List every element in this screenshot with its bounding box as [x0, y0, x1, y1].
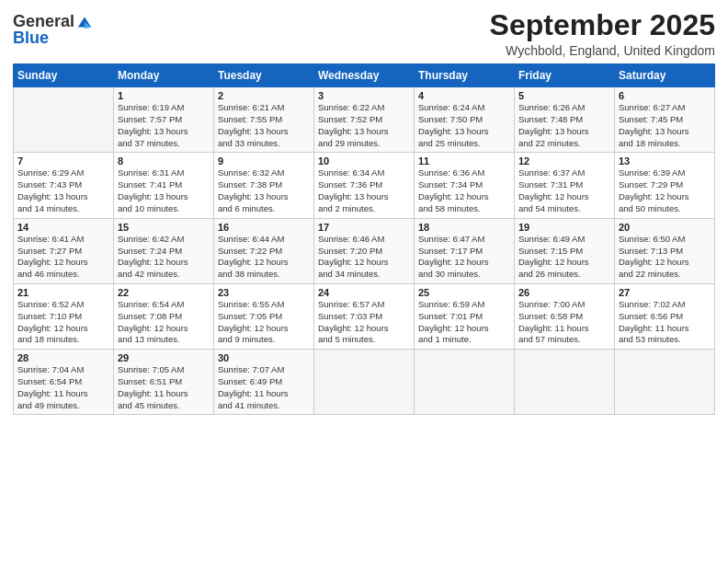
day-number: 24 [318, 287, 410, 298]
day-number: 17 [318, 222, 410, 233]
day-info: Sunrise: 6:37 AMSunset: 7:31 PMDaylight:… [518, 167, 610, 214]
day-number: 13 [619, 155, 711, 167]
table-row: 29Sunrise: 7:05 AMSunset: 6:51 PMDayligh… [114, 350, 214, 415]
calendar-week-row: 7Sunrise: 6:29 AMSunset: 7:43 PMDaylight… [14, 153, 715, 218]
table-row: 1Sunrise: 6:19 AMSunset: 7:57 PMDaylight… [114, 87, 214, 153]
col-sunday: Sunday [14, 64, 114, 87]
table-row: 30Sunrise: 7:07 AMSunset: 6:49 PMDayligh… [214, 350, 314, 415]
day-info: Sunrise: 6:34 AMSunset: 7:36 PMDaylight:… [318, 167, 410, 214]
table-row: 8Sunrise: 6:31 AMSunset: 7:41 PMDaylight… [114, 153, 214, 218]
day-info: Sunrise: 6:36 AMSunset: 7:34 PMDaylight:… [418, 167, 510, 214]
calendar-week-row: 1Sunrise: 6:19 AMSunset: 7:57 PMDaylight… [14, 87, 715, 153]
day-number: 28 [17, 352, 109, 363]
day-number: 2 [218, 90, 310, 101]
col-wednesday: Wednesday [314, 64, 415, 87]
calendar-week-row: 21Sunrise: 6:52 AMSunset: 7:10 PMDayligh… [14, 283, 715, 349]
day-number: 9 [218, 155, 310, 167]
calendar-table: Sunday Monday Tuesday Wednesday Thursday… [13, 63, 715, 415]
table-row: 28Sunrise: 7:04 AMSunset: 6:54 PMDayligh… [14, 350, 114, 415]
table-row: 2Sunrise: 6:21 AMSunset: 7:55 PMDaylight… [214, 87, 314, 153]
day-number: 4 [418, 90, 510, 101]
day-number: 22 [118, 287, 210, 298]
table-row: 15Sunrise: 6:42 AMSunset: 7:24 PMDayligh… [114, 218, 214, 283]
calendar-week-row: 28Sunrise: 7:04 AMSunset: 6:54 PMDayligh… [14, 350, 715, 415]
table-row: 4Sunrise: 6:24 AMSunset: 7:50 PMDaylight… [415, 87, 515, 153]
day-info: Sunrise: 6:26 AMSunset: 7:48 PMDaylight:… [518, 102, 610, 149]
day-info: Sunrise: 6:19 AMSunset: 7:57 PMDaylight:… [118, 102, 210, 149]
day-number: 7 [17, 155, 109, 167]
day-info: Sunrise: 6:31 AMSunset: 7:41 PMDaylight:… [118, 167, 210, 214]
table-row: 12Sunrise: 6:37 AMSunset: 7:31 PMDayligh… [515, 153, 615, 218]
day-info: Sunrise: 7:02 AMSunset: 6:56 PMDaylight:… [619, 299, 711, 346]
title-block: September 2025 Wychbold, England, United… [490, 9, 715, 58]
month-title: September 2025 [490, 9, 715, 41]
table-row: 5Sunrise: 6:26 AMSunset: 7:48 PMDaylight… [515, 87, 615, 153]
header: General Blue September 2025 Wychbold, En… [13, 9, 715, 58]
table-row: 16Sunrise: 6:44 AMSunset: 7:22 PMDayligh… [214, 218, 314, 283]
day-info: Sunrise: 6:59 AMSunset: 7:01 PMDaylight:… [418, 299, 510, 346]
day-info: Sunrise: 6:44 AMSunset: 7:22 PMDaylight:… [218, 234, 310, 281]
day-info: Sunrise: 6:46 AMSunset: 7:20 PMDaylight:… [318, 234, 410, 281]
day-number: 25 [418, 287, 510, 298]
col-thursday: Thursday [415, 64, 515, 87]
table-row [515, 350, 615, 415]
day-info: Sunrise: 6:47 AMSunset: 7:17 PMDaylight:… [418, 234, 510, 281]
table-row: 3Sunrise: 6:22 AMSunset: 7:52 PMDaylight… [314, 87, 415, 153]
day-info: Sunrise: 6:22 AMSunset: 7:52 PMDaylight:… [318, 102, 410, 149]
day-info: Sunrise: 6:39 AMSunset: 7:29 PMDaylight:… [619, 167, 711, 214]
day-number: 18 [418, 222, 510, 233]
day-info: Sunrise: 7:00 AMSunset: 6:58 PMDaylight:… [518, 299, 610, 346]
day-number: 11 [418, 155, 510, 167]
day-info: Sunrise: 7:05 AMSunset: 6:51 PMDaylight:… [118, 364, 210, 411]
table-row: 18Sunrise: 6:47 AMSunset: 7:17 PMDayligh… [415, 218, 515, 283]
page-container: General Blue September 2025 Wychbold, En… [0, 0, 728, 424]
day-info: Sunrise: 6:55 AMSunset: 7:05 PMDaylight:… [218, 299, 310, 346]
col-monday: Monday [114, 64, 214, 87]
day-info: Sunrise: 6:52 AMSunset: 7:10 PMDaylight:… [17, 299, 109, 346]
table-row: 14Sunrise: 6:41 AMSunset: 7:27 PMDayligh… [14, 218, 114, 283]
table-row [314, 350, 415, 415]
day-number: 5 [518, 90, 610, 101]
day-number: 3 [318, 90, 410, 101]
day-info: Sunrise: 6:32 AMSunset: 7:38 PMDaylight:… [218, 167, 310, 214]
table-row: 19Sunrise: 6:49 AMSunset: 7:15 PMDayligh… [515, 218, 615, 283]
table-row [415, 350, 515, 415]
day-info: Sunrise: 7:07 AMSunset: 6:49 PMDaylight:… [218, 364, 310, 411]
table-row: 23Sunrise: 6:55 AMSunset: 7:05 PMDayligh… [214, 283, 314, 349]
day-info: Sunrise: 6:54 AMSunset: 7:08 PMDaylight:… [118, 299, 210, 346]
day-info: Sunrise: 6:21 AMSunset: 7:55 PMDaylight:… [218, 102, 310, 149]
day-number: 21 [17, 287, 109, 298]
logo-blue-text: Blue [13, 29, 93, 48]
day-number: 10 [318, 155, 410, 167]
day-info: Sunrise: 6:50 AMSunset: 7:13 PMDaylight:… [619, 234, 711, 281]
day-number: 14 [17, 222, 109, 233]
day-number: 19 [518, 222, 610, 233]
day-number: 27 [619, 287, 711, 298]
logo-icon [76, 14, 93, 30]
table-row: 7Sunrise: 6:29 AMSunset: 7:43 PMDaylight… [14, 153, 114, 218]
day-number: 29 [118, 352, 210, 363]
table-row: 17Sunrise: 6:46 AMSunset: 7:20 PMDayligh… [314, 218, 415, 283]
day-info: Sunrise: 6:41 AMSunset: 7:27 PMDaylight:… [17, 234, 109, 281]
logo: General Blue [13, 13, 93, 48]
table-row: 21Sunrise: 6:52 AMSunset: 7:10 PMDayligh… [14, 283, 114, 349]
day-info: Sunrise: 6:49 AMSunset: 7:15 PMDaylight:… [518, 234, 610, 281]
location: Wychbold, England, United Kingdom [490, 43, 715, 58]
day-info: Sunrise: 6:24 AMSunset: 7:50 PMDaylight:… [418, 102, 510, 149]
table-row: 22Sunrise: 6:54 AMSunset: 7:08 PMDayligh… [114, 283, 214, 349]
day-number: 16 [218, 222, 310, 233]
table-row [615, 350, 715, 415]
table-row: 11Sunrise: 6:36 AMSunset: 7:34 PMDayligh… [415, 153, 515, 218]
table-row: 24Sunrise: 6:57 AMSunset: 7:03 PMDayligh… [314, 283, 415, 349]
col-saturday: Saturday [615, 64, 715, 87]
table-row: 25Sunrise: 6:59 AMSunset: 7:01 PMDayligh… [415, 283, 515, 349]
calendar-week-row: 14Sunrise: 6:41 AMSunset: 7:27 PMDayligh… [14, 218, 715, 283]
day-info: Sunrise: 6:42 AMSunset: 7:24 PMDaylight:… [118, 234, 210, 281]
calendar-header-row: Sunday Monday Tuesday Wednesday Thursday… [14, 64, 715, 87]
col-tuesday: Tuesday [214, 64, 314, 87]
table-row: 6Sunrise: 6:27 AMSunset: 7:45 PMDaylight… [615, 87, 715, 153]
table-row: 13Sunrise: 6:39 AMSunset: 7:29 PMDayligh… [615, 153, 715, 218]
day-number: 1 [118, 90, 210, 101]
day-number: 23 [218, 287, 310, 298]
day-number: 15 [118, 222, 210, 233]
